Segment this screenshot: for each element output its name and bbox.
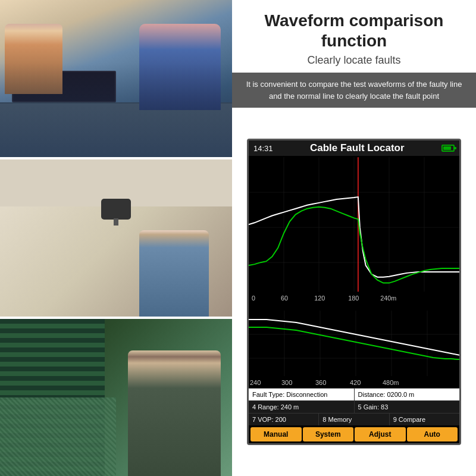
fault-distance-row: Fault Type: Disconnection Distance: 0200… <box>249 388 459 400</box>
range-cell: 4 Range: 240 m <box>249 401 355 413</box>
svg-text:480m: 480m <box>383 379 399 386</box>
main-title: Waveform comparison function <box>244 11 464 51</box>
battery-fill <box>443 146 451 150</box>
button-row: Manual System Adjust Auto <box>249 425 459 443</box>
svg-text:300: 300 <box>281 379 292 386</box>
svg-text:360: 360 <box>315 379 326 386</box>
waveform-svg-2: 240 300 360 420 480m <box>249 311 459 388</box>
svg-text:120: 120 <box>314 295 325 302</box>
distance-cell: Distance: 0200.0 m <box>355 389 460 400</box>
fault-type-cell: Fault Type: Disconnection <box>249 389 355 400</box>
range-gain-row: 4 Range: 240 m 5 Gain: 83 <box>249 400 459 413</box>
system-button[interactable]: System <box>303 427 354 441</box>
photo-camera-ceiling <box>0 159 232 317</box>
data-section: Fault Type: Disconnection Distance: 0200… <box>249 388 459 425</box>
header-section: Waveform comparison function Clearly loc… <box>232 0 476 73</box>
photo-server-rack <box>0 319 232 476</box>
svg-text:240: 240 <box>250 379 261 386</box>
auto-button[interactable]: Auto <box>407 427 458 441</box>
waveform-chart-2: 240 300 360 420 480m <box>249 311 459 388</box>
photo-technicians-laptop <box>0 0 232 157</box>
svg-text:0: 0 <box>252 295 255 302</box>
memory-cell: 8 Memory <box>319 414 389 425</box>
vop-cell: 7 VOP: 200 <box>249 414 319 425</box>
time-display: 14:31 <box>253 144 273 153</box>
device-screen: 14:31 Cable Fault Locator <box>247 139 461 445</box>
status-bar: 14:31 Cable Fault Locator <box>249 140 459 156</box>
adjust-button[interactable]: Adjust <box>355 427 406 441</box>
left-photo-column <box>0 0 232 476</box>
svg-text:420: 420 <box>350 379 361 386</box>
gain-cell: 5 Gain: 83 <box>355 401 460 413</box>
waveform-svg: 0 60 120 180 240m <box>249 156 459 311</box>
sub-title: Clearly locate faults <box>244 54 464 67</box>
screen-title: Cable Fault Locator <box>273 142 441 154</box>
right-content-column: Waveform comparison function Clearly loc… <box>232 0 476 476</box>
svg-text:240m: 240m <box>380 295 396 302</box>
description-band: It is convenient to compare the test wav… <box>232 73 476 108</box>
battery-icon <box>441 145 455 152</box>
waveform-chart: 0 60 120 180 240m <box>249 156 459 311</box>
svg-text:60: 60 <box>281 295 288 302</box>
vop-memory-row: 7 VOP: 200 8 Memory 9 Compare <box>249 413 459 425</box>
manual-button[interactable]: Manual <box>250 427 302 441</box>
svg-text:180: 180 <box>348 295 359 302</box>
device-screen-wrapper: 14:31 Cable Fault Locator <box>232 108 476 476</box>
compare-cell: 9 Compare <box>390 414 459 425</box>
